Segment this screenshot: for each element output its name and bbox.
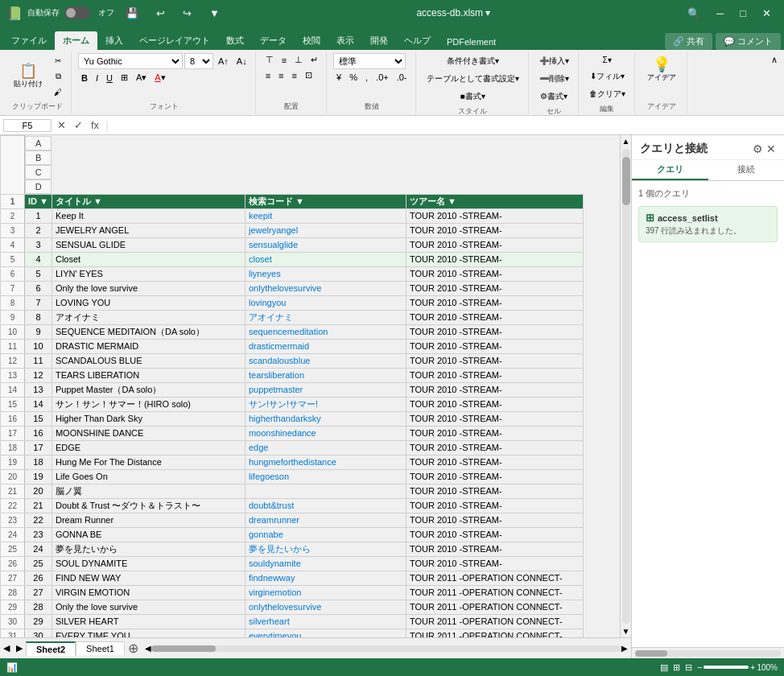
cell-id[interactable]: 23 xyxy=(25,527,52,542)
cell-tour-name[interactable]: TOUR 2010 -STREAM- xyxy=(406,469,583,484)
increase-font-button[interactable]: A↑ xyxy=(215,55,232,68)
tab-view[interactable]: 表示 xyxy=(328,31,362,50)
percent-button[interactable]: % xyxy=(346,71,361,84)
decimal-decrease-button[interactable]: .0- xyxy=(394,71,411,84)
cell-id[interactable]: 30 xyxy=(25,629,52,637)
cell-id[interactable]: 28 xyxy=(25,600,52,614)
scroll-up-button[interactable]: ▲ xyxy=(621,135,631,147)
number-format-select[interactable]: 標準 xyxy=(333,53,406,69)
comma-button[interactable]: , xyxy=(362,71,371,84)
align-left-button[interactable]: ≡ xyxy=(262,69,274,82)
cell-title[interactable]: SOUL DYNAMITE xyxy=(52,556,245,571)
conditional-format-button[interactable]: 条件付き書式▾ xyxy=(423,53,523,69)
cell-tour-name[interactable]: TOUR 2011 -OPERATION CONNECT- xyxy=(406,600,583,614)
cell-search-code[interactable]: lifegoeson xyxy=(245,469,406,484)
font-size-select[interactable]: 8 xyxy=(184,53,213,69)
cell-title[interactable]: GONNA BE xyxy=(52,527,245,542)
minimize-button[interactable]: ─ xyxy=(710,6,730,21)
cell-search-code[interactable]: silverheart xyxy=(245,614,406,629)
save-button[interactable]: 💾 xyxy=(119,6,145,21)
cell-id[interactable]: 29 xyxy=(25,614,52,629)
paste-button[interactable]: 📋 貼り付け xyxy=(8,60,48,93)
cell-tour-name[interactable]: TOUR 2010 -STREAM- xyxy=(406,281,583,295)
cell-tour-name[interactable]: TOUR 2010 -STREAM- xyxy=(406,252,583,266)
tab-review[interactable]: 校閲 xyxy=(295,31,328,50)
cell-search-code[interactable]: puppetmaster xyxy=(245,382,406,397)
cell-id[interactable]: 18 xyxy=(25,455,52,469)
cell-search-code[interactable]: gonnabe xyxy=(245,527,406,542)
tab-page-layout[interactable]: ページレイアウト xyxy=(131,31,218,50)
cell-title[interactable]: Dream Runner xyxy=(52,513,245,527)
underline-button[interactable]: U xyxy=(103,72,116,84)
bold-button[interactable]: B xyxy=(78,72,91,84)
add-sheet-button[interactable]: ⊕ xyxy=(125,641,142,656)
cell-search-code[interactable]: drasticmermaid xyxy=(245,339,406,353)
cell-tour-name[interactable]: TOUR 2011 -OPERATION CONNECT- xyxy=(406,614,583,629)
cell-search-code[interactable]: souldynamite xyxy=(245,556,406,571)
sum-button[interactable]: Σ▾ xyxy=(585,53,629,67)
cell-tour-name[interactable]: TOUR 2010 -STREAM- xyxy=(406,411,583,426)
scroll-left-tab-button[interactable]: ◀ xyxy=(0,641,13,655)
cell-id[interactable]: 8 xyxy=(25,310,52,324)
cell-title[interactable]: Doubt & Trust 〜ダウト＆トラスト〜 xyxy=(52,498,245,513)
query-item[interactable]: ⊞ access_setlist 397 行読み込まれました。 xyxy=(638,206,778,242)
cell-search-code[interactable]: サン!サン!サマー! xyxy=(245,397,406,411)
table-format-button[interactable]: テーブルとして書式設定▾ xyxy=(423,71,523,87)
cell-tour-name[interactable]: TOUR 2010 -STREAM- xyxy=(406,208,583,223)
cell-id[interactable]: 17 xyxy=(25,440,52,455)
cell-search-code[interactable]: onlythelovesurvive xyxy=(245,600,406,614)
font-family-select[interactable]: Yu Gothic xyxy=(78,53,183,69)
comment-button[interactable]: 💬 コメント xyxy=(716,33,781,50)
cell-search-code[interactable]: 夢を見たいから xyxy=(245,542,406,556)
zoom-in-button[interactable]: + xyxy=(750,662,755,672)
cell-id[interactable]: 5 xyxy=(25,266,52,281)
scroll-right-button[interactable]: ▶ xyxy=(621,644,628,653)
cell-title[interactable]: EVERY TIME YOU xyxy=(52,629,245,637)
cell-search-code[interactable]: liyneyes xyxy=(245,266,406,281)
cell-id[interactable]: 3 xyxy=(25,237,52,252)
cell-title[interactable]: サン！サン！サマー！(HIRO solo) xyxy=(52,397,245,411)
cell-tour-name[interactable]: TOUR 2010 -STREAM- xyxy=(406,527,583,542)
cell-tour-name[interactable]: TOUR 2011 -OPERATION CONNECT- xyxy=(406,629,583,637)
cell-search-code[interactable]: scandalousblue xyxy=(245,353,406,368)
ideas-button[interactable]: 💡 アイデア xyxy=(642,53,682,87)
cell-title[interactable]: LIYN' EYES xyxy=(52,266,245,281)
cell-id[interactable]: 27 xyxy=(25,585,52,600)
cell-title[interactable]: アオイナミ xyxy=(52,310,245,324)
tab-data[interactable]: データ xyxy=(252,31,295,50)
cell-search-code[interactable]: keepit xyxy=(245,208,406,223)
h-scroll-track[interactable] xyxy=(151,645,621,652)
cell-search-code[interactable]: hungmeforthedistance xyxy=(245,455,406,469)
cell-title[interactable]: SILVER HEART xyxy=(52,614,245,629)
cell-id[interactable]: 13 xyxy=(25,382,52,397)
close-button[interactable]: ✕ xyxy=(756,6,778,21)
col-header-d[interactable]: D xyxy=(25,179,52,194)
collapse-ribbon-button[interactable]: ∧ xyxy=(768,53,781,67)
cell-search-code[interactable]: sequencemeditation xyxy=(245,324,406,339)
cell-tour-name[interactable]: TOUR 2010 -STREAM- xyxy=(406,237,583,252)
panel-close-button[interactable]: ✕ xyxy=(766,142,776,155)
zoom-slider[interactable] xyxy=(704,666,749,669)
page-break-view-button[interactable]: ⊟ xyxy=(685,662,692,673)
cell-title[interactable]: 脳ノ翼 xyxy=(52,484,245,498)
cell-title[interactable]: MOONSHINE DANCE xyxy=(52,426,245,440)
align-center-button[interactable]: ≡ xyxy=(275,69,287,82)
cell-id[interactable]: 22 xyxy=(25,513,52,527)
cell-title[interactable]: SCANDALOUS BLUE xyxy=(52,353,245,368)
cell-search-code[interactable]: higherthandarksky xyxy=(245,411,406,426)
autosave-toggle[interactable] xyxy=(64,6,90,19)
cell-id[interactable]: 16 xyxy=(25,426,52,440)
italic-button[interactable]: I xyxy=(93,72,101,84)
scroll-right-tab-button[interactable]: ▶ xyxy=(13,641,26,655)
cell-tour-name[interactable]: TOUR 2010 -STREAM- xyxy=(406,295,583,310)
tab-formulas[interactable]: 数式 xyxy=(218,31,252,50)
confirm-formula-button[interactable]: ✓ xyxy=(72,119,85,131)
cell-tour-name[interactable]: TOUR 2010 -STREAM- xyxy=(406,426,583,440)
cell-title[interactable]: FIND NEW WAY xyxy=(52,571,245,585)
header-tour[interactable]: ツアー名 ▼ xyxy=(406,194,583,208)
cell-search-code[interactable]: doubt&trust xyxy=(245,498,406,513)
sheet-tab-sheet2[interactable]: Sheet2 xyxy=(26,641,76,656)
cut-button[interactable]: ✂ xyxy=(50,54,66,68)
header-id[interactable]: ID ▼ xyxy=(25,194,52,208)
cell-tour-name[interactable]: TOUR 2010 -STREAM- xyxy=(406,382,583,397)
